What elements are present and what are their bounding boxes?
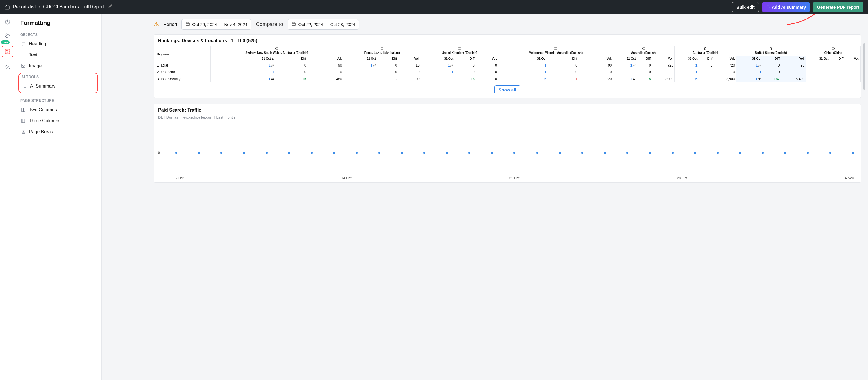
vol-cell: 10 (398, 62, 421, 69)
chevron-right-icon: › (39, 4, 40, 9)
vol-col-header[interactable]: Vol. (652, 56, 674, 62)
vol-col-header[interactable]: Vol. (579, 56, 613, 62)
rankings-card: Rankings: Devices & Locations 1 - 100 (5… (154, 34, 861, 98)
date-col-header[interactable]: 31 Oct (343, 56, 377, 62)
rank-cell: 1 (613, 62, 637, 69)
location-header: Melbourne, Victoria, Australia (English) (498, 46, 613, 56)
sidebar: Formatting OBJECTS Heading Text Image AI… (15, 14, 102, 380)
date-col-header[interactable]: 31 Oct (498, 56, 548, 62)
chart-point (649, 152, 651, 154)
page-break-icon (21, 129, 26, 134)
keyword-cell: 2. arsf aciar (154, 69, 210, 76)
rank-cell: 1 (421, 62, 455, 69)
diff-col-header[interactable]: Diff (830, 56, 845, 62)
heading-icon (21, 42, 26, 46)
date-col-header[interactable]: 31 Oct (613, 56, 637, 62)
edit-icon[interactable] (108, 4, 113, 10)
rank-cell: 1 (498, 62, 548, 69)
sidebar-item-heading[interactable]: Heading (19, 38, 98, 50)
rank-cell (806, 76, 830, 82)
vol-col-header[interactable]: Vol. (845, 56, 861, 62)
diff-cell: 0 (548, 69, 579, 76)
breadcrumb-root[interactable]: Reports list (13, 4, 36, 9)
table-row: 1. aciar10901010100109010720107201090- (154, 62, 861, 69)
chart-icon[interactable] (3, 18, 11, 26)
rank-cell: 1 (675, 69, 699, 76)
date-col-header[interactable]: 31 Oct (421, 56, 455, 62)
filter-bar: Period Oct 29, 2024 – Nov 4, 2024 Compar… (154, 19, 861, 30)
vol-cell: 0 (713, 69, 736, 76)
show-all-button[interactable]: Show all (494, 85, 521, 94)
x-axis-tick: 21 Oct (509, 176, 519, 180)
generate-pdf-button[interactable]: Generate PDF report (813, 2, 863, 12)
chart-point (176, 152, 178, 154)
sidebar-item-three-columns[interactable]: Three Columns (19, 115, 98, 126)
chart-point (581, 152, 583, 154)
table-row: 2. arsf aciar100100100100100100100- (154, 69, 861, 76)
bulk-edit-button[interactable]: Bulk edit (732, 2, 759, 12)
sidebar-item-page-break[interactable]: Page Break (19, 126, 98, 137)
sidebar-item-image[interactable]: Image (19, 60, 98, 71)
diff-col-header[interactable]: Diff (548, 56, 579, 62)
main-content: Period Oct 29, 2024 – Nov 4, 2024 Compar… (102, 14, 868, 380)
rank-cell: 6 (498, 76, 548, 82)
date-col-header[interactable]: 31 Oct▲ (210, 56, 275, 62)
home-icon[interactable] (5, 4, 10, 9)
chart-dots (176, 153, 854, 155)
diff-col-header[interactable]: Diff (455, 56, 475, 62)
vol-cell: 720 (579, 76, 613, 82)
x-axis-tick: 28 Oct (677, 176, 687, 180)
svg-point-11 (23, 86, 23, 86)
period-date-picker[interactable]: Oct 29, 2024 – Nov 4, 2024 (182, 19, 251, 30)
date-col-header[interactable]: 31 Oct (675, 56, 699, 62)
chart-point (198, 152, 200, 154)
two-columns-icon (21, 108, 26, 112)
scrollbar-thumb[interactable] (863, 43, 865, 90)
diff-col-header[interactable]: Diff (637, 56, 652, 62)
diff-col-header[interactable]: Diff (699, 56, 713, 62)
chart-title: Paid Search: Traffic (154, 108, 861, 115)
chart-point (559, 152, 561, 154)
compare-date-picker[interactable]: Oct 22, 2024 – Oct 28, 2024 (287, 19, 359, 30)
x-axis: 7 Oct14 Oct21 Oct28 Oct4 Nov (176, 176, 854, 180)
location-header: Sydney, New South Wales, Australia (Engl… (210, 46, 343, 56)
chart-point (672, 152, 674, 154)
chart-point (739, 152, 741, 154)
diff-col-header[interactable]: Diff (377, 56, 398, 62)
magic-icon[interactable] (3, 32, 11, 40)
vol-col-header[interactable]: Vol. (398, 56, 421, 62)
period-label: Period (163, 22, 177, 27)
rank-cell: 1 (343, 62, 377, 69)
diff-cell: 0 (699, 69, 713, 76)
sidebar-item-ai-summary[interactable]: AI Summary (20, 81, 97, 92)
svg-rect-16 (23, 119, 24, 123)
svg-point-10 (23, 85, 23, 85)
date-to: Nov 4, 2024 (224, 22, 248, 27)
sidebar-item-two-columns[interactable]: Two Columns (19, 105, 98, 115)
sidebar-item-text[interactable]: Text (19, 50, 98, 60)
date-col-header[interactable]: 31 Oct (736, 56, 763, 62)
diff-cell: - (377, 76, 398, 82)
date-col-header[interactable]: 31 Oct (806, 56, 830, 62)
diff-col-header[interactable]: Diff (763, 56, 781, 62)
sidebar-item-label: AI Summary (30, 84, 56, 89)
image-icon[interactable] (2, 46, 13, 57)
chart-point (807, 152, 809, 154)
chart-point (604, 152, 606, 154)
add-ai-summary-button[interactable]: Add AI summary (762, 2, 810, 12)
top-actions: Bulk edit Add AI summary Generate PDF re… (732, 2, 863, 12)
vol-col-header[interactable]: Vol. (476, 56, 498, 62)
vol-col-header[interactable]: Vol. (713, 56, 736, 62)
breadcrumb: Reports list › GUCCI Backlinks: Full Rep… (5, 4, 113, 10)
sidebar-item-label: Heading (29, 41, 46, 47)
chart-point (852, 152, 854, 154)
diff-cell: - (830, 69, 845, 76)
diff-col-header[interactable]: Diff (275, 56, 307, 62)
vol-col-header[interactable]: Vol. (781, 56, 806, 62)
sidebar-item-label: Text (29, 52, 37, 58)
diff-cell: +67 (763, 76, 781, 82)
vol-cell (845, 76, 861, 82)
diff-cell: 0 (699, 62, 713, 69)
wand-icon[interactable] (3, 63, 11, 71)
vol-col-header[interactable]: Vol. (307, 56, 343, 62)
